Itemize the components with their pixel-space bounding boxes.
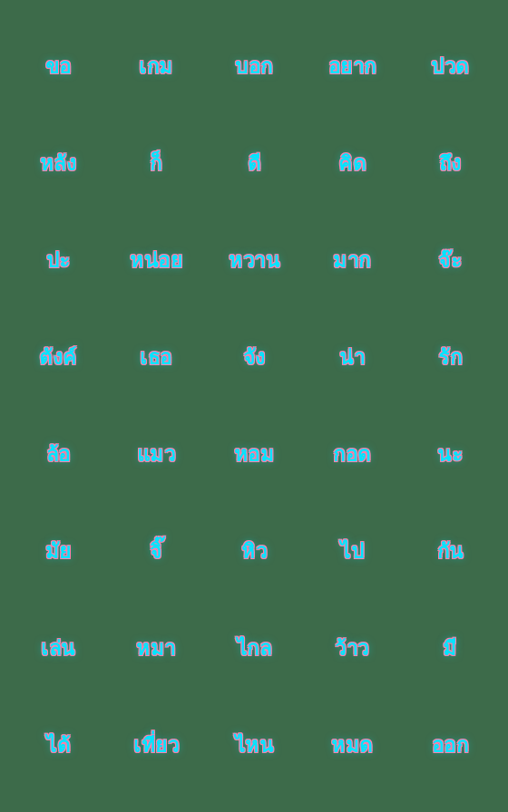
word-label: เล่น (41, 633, 75, 664)
word-cell: มี (401, 600, 499, 697)
word-cell: หอม (205, 406, 303, 503)
word-cell: ขอ (9, 18, 107, 115)
word-cell: กัน (401, 503, 499, 600)
word-label: เธอ (140, 342, 172, 373)
word-cell: หลัง (9, 115, 107, 212)
word-cell: มาก (303, 212, 401, 309)
word-label: ขอ (45, 51, 72, 82)
word-label: น่า (339, 342, 365, 373)
word-label: จ๊ะ (438, 245, 462, 276)
word-label: หวาน (229, 245, 279, 276)
word-label: กอด (333, 439, 371, 470)
word-cell: เที่ยว (107, 697, 205, 794)
word-cell: หวาน (205, 212, 303, 309)
word-label: มาก (333, 245, 371, 276)
word-label: หน่อย (130, 245, 182, 276)
word-cell: จ๊ะ (401, 212, 499, 309)
word-cell: รัก (401, 309, 499, 406)
word-label: หอม (234, 439, 275, 470)
word-cell: มัย (9, 503, 107, 600)
word-cell: หมา (107, 600, 205, 697)
word-label: เที่ยว (133, 730, 179, 761)
word-label: ได้ (46, 730, 70, 761)
word-label: ล้อ (46, 439, 71, 470)
word-label: จัง (243, 342, 266, 373)
word-label: คิด (338, 148, 366, 179)
word-cell: คิด (303, 115, 401, 212)
word-label: มัย (45, 536, 72, 567)
word-cell: จัง (205, 309, 303, 406)
word-label: เกม (139, 51, 173, 82)
word-label: ก็ (150, 148, 162, 179)
word-cell: ออก (401, 697, 499, 794)
word-cell: ปวด (401, 18, 499, 115)
word-cell: อยาก (303, 18, 401, 115)
word-cell: เธอ (107, 309, 205, 406)
word-cell: น่า (303, 309, 401, 406)
word-cell: เล่น (9, 600, 107, 697)
word-cell: ว้าว (303, 600, 401, 697)
word-label: รัก (438, 342, 462, 373)
word-label: ดี (248, 148, 261, 179)
word-label: มี (443, 633, 457, 664)
word-cell: ล้อ (9, 406, 107, 503)
word-label: หิว (241, 536, 267, 567)
word-cell: ก็ (107, 115, 205, 212)
word-cell: หน่อย (107, 212, 205, 309)
word-cell: แมว (107, 406, 205, 503)
word-cell: ไหน (205, 697, 303, 794)
word-cell: ถึง (401, 115, 499, 212)
word-cell: ปะ (9, 212, 107, 309)
word-label: แมว (137, 439, 176, 470)
word-label: ไป (340, 536, 364, 567)
word-label: ตังค์ (39, 342, 77, 373)
word-label: ปวด (431, 51, 469, 82)
word-label: ปะ (46, 245, 71, 276)
word-label: ไกล (237, 633, 272, 664)
word-grid: ขอเกมบอกอยากปวดหลังก็ดีคิดถึงปะหน่อยหวาน… (0, 0, 508, 812)
word-cell: นะ (401, 406, 499, 503)
word-cell: หมด (303, 697, 401, 794)
word-cell: ดี (205, 115, 303, 212)
word-label: ว้าว (335, 633, 369, 664)
word-label: หลัง (40, 148, 77, 179)
word-cell: ไป (303, 503, 401, 600)
word-label: ไหน (235, 730, 274, 761)
word-label: นะ (437, 439, 463, 470)
word-label: ออก (432, 730, 469, 761)
word-cell: เกม (107, 18, 205, 115)
word-cell: บอก (205, 18, 303, 115)
word-cell: หิว (205, 503, 303, 600)
word-label: บอก (235, 51, 273, 82)
word-cell: ไกล (205, 600, 303, 697)
word-label: ถึง (439, 148, 462, 179)
word-cell: ตังค์ (9, 309, 107, 406)
word-label: กัน (437, 536, 464, 567)
word-label: หมา (136, 633, 176, 664)
word-label: หมด (331, 730, 373, 761)
word-cell: จิ๊ (107, 503, 205, 600)
word-cell: กอด (303, 406, 401, 503)
word-cell: ได้ (9, 697, 107, 794)
word-label: อยาก (328, 51, 376, 82)
word-label: จิ๊ (150, 536, 162, 567)
